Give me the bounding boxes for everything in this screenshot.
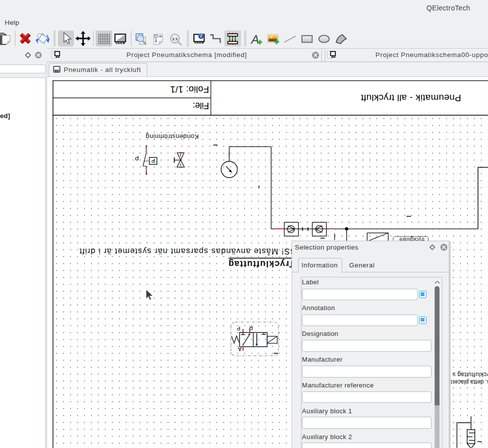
svg-text:Tryckluftuttag: Tryckluftuttag: [229, 259, 295, 269]
svg-text:OBS! Måste användas sparsamt n: OBS! Måste användas sparsamt när systeme…: [79, 247, 303, 256]
svg-text:tryckluftuttag s: tryckluftuttag s: [453, 371, 488, 378]
svg-text:P: P: [151, 158, 155, 164]
svg-text:R: R: [249, 325, 253, 330]
svg-text:i: i: [200, 33, 202, 39]
svg-text:Folio: 1/1: Folio: 1/1: [170, 84, 209, 95]
svg-text:P: P: [135, 154, 139, 161]
svg-text:Pneumatik - all tryckluft: Pneumatik - all tryckluft: [361, 93, 461, 103]
svg-text:P: P: [237, 326, 241, 331]
svg-text:A: A: [250, 33, 259, 46]
svg-text:A: A: [238, 346, 242, 352]
svg-text:1:1: 1:1: [172, 37, 178, 41]
svg-text:File:: File:: [193, 101, 209, 111]
svg-text:s. detta placeras: s. detta placeras: [446, 379, 488, 385]
svg-text:Kondenströmning: Kondenströmning: [146, 133, 199, 140]
